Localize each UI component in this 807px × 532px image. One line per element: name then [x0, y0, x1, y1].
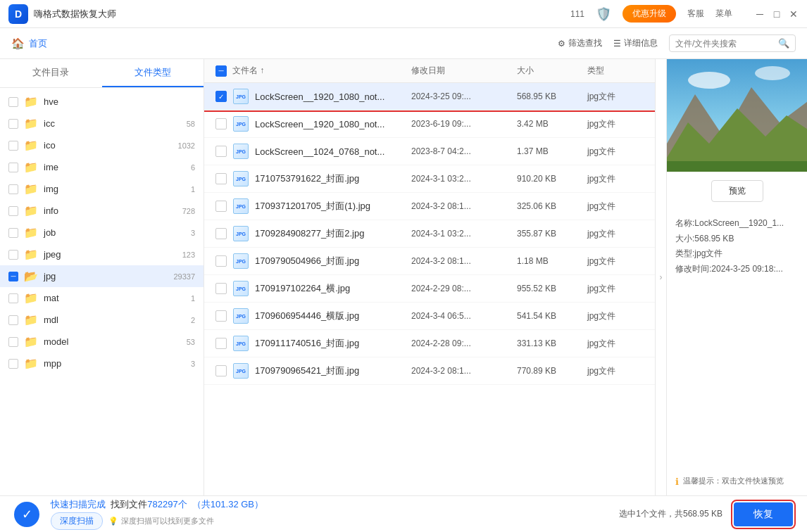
- folder-icon-mat: 📁: [24, 291, 38, 305]
- tab-file-type[interactable]: 文件类型: [102, 59, 204, 87]
- folder-icon-mdl: 📁: [24, 313, 38, 327]
- file-size-7: 955.52 KB: [517, 284, 587, 293]
- row-checkbox-10[interactable]: [215, 365, 227, 376]
- sidebar-item-name-mdl: mdl: [44, 315, 185, 325]
- file-type-8: jpg文件: [587, 310, 644, 322]
- title-bar: D 嗨格式数据恢复大师 111 🛡️ 优惠升级 客服 菜单 ─ □ ✕: [0, 0, 807, 28]
- sidebar-item-model[interactable]: 📁 model 53: [0, 331, 204, 353]
- table-row[interactable]: JPG 1709790965421_封面.jpg 2024-3-2 08:1..…: [204, 357, 655, 385]
- customer-service-link[interactable]: 客服: [687, 8, 704, 20]
- table-row[interactable]: JPG 1709606954446_横版.jpg 2024-3-4 06:5..…: [204, 303, 655, 330]
- sidebar-checkbox-mdl[interactable]: [8, 315, 18, 325]
- sidebar-item-count-ico: 1032: [178, 141, 195, 150]
- table-row[interactable]: JPG 1709197102264_横.jpg 2024-2-29 08:...…: [204, 275, 655, 303]
- file-area: ─ 文件名 ↑ 修改日期 大小 类型 ✓ JPG LockScreen__192…: [204, 59, 655, 495]
- detail-button[interactable]: ☰ 详细信息: [613, 37, 658, 49]
- table-row[interactable]: JPG LockScreen__1920_1080_not... 2023-6-…: [204, 110, 655, 138]
- upgrade-button[interactable]: 优惠升级: [623, 5, 676, 23]
- sidebar-checkbox-info[interactable]: [8, 206, 18, 216]
- sidebar-item-img[interactable]: 📁 img 1: [0, 178, 204, 200]
- close-button[interactable]: ✕: [789, 9, 799, 19]
- sidebar-checkbox-job[interactable]: [8, 228, 18, 238]
- row-checkbox-3[interactable]: [215, 173, 227, 184]
- sidebar-item-info[interactable]: 📁 info 728: [0, 200, 204, 222]
- sidebar-item-jpg[interactable]: ─ 📂 jpg 29337: [0, 265, 204, 287]
- table-row[interactable]: JPG 1709111740516_封面.jpg 2024-2-28 09:..…: [204, 330, 655, 357]
- sidebar-checkbox-jpg[interactable]: ─: [8, 272, 18, 281]
- sidebar-checkbox-icc[interactable]: [8, 119, 18, 129]
- row-checkbox-7[interactable]: [215, 283, 227, 294]
- header-checkbox[interactable]: ─: [215, 65, 227, 77]
- file-name-8: 1709606954446_横版.jpg: [255, 310, 411, 322]
- jpg-icon-1: JPG: [233, 116, 249, 132]
- search-input[interactable]: [675, 39, 774, 49]
- table-row[interactable]: JPG 1709790504966_封面.jpg 2024-3-2 08:1..…: [204, 248, 655, 275]
- col-date-header: 修改日期: [411, 65, 517, 77]
- table-row[interactable]: JPG 1709284908277_封面2.jpg 2024-3-1 03:2.…: [204, 220, 655, 248]
- panel-expand-arrow[interactable]: ›: [655, 59, 666, 495]
- detail-label: 详细信息: [624, 37, 658, 49]
- bottom-bar: ✓ 快速扫描完成 找到文件782297个 （共101.32 GB） 深度扫描 💡…: [0, 495, 807, 532]
- file-name-7: 1709197102264_横.jpg: [255, 282, 411, 295]
- sidebar-checkbox-ico[interactable]: [8, 141, 18, 151]
- table-row[interactable]: ✓ JPG LockScreen__1920_1080_not... 2024-…: [204, 83, 655, 110]
- maximize-button[interactable]: □: [772, 9, 782, 19]
- toolbar-right: ⚙ 筛选查找 ☰ 详细信息 🔍: [558, 34, 796, 52]
- sidebar-checkbox-img[interactable]: [8, 184, 18, 194]
- sidebar-checkbox-ime[interactable]: [8, 163, 18, 172]
- sidebar-item-mat[interactable]: 📁 mat 1: [0, 287, 204, 309]
- preview-file-mod-time: 修改时间:2024-3-25 09:18:...: [675, 262, 799, 277]
- menu-button[interactable]: 菜单: [715, 8, 732, 20]
- sidebar-checkbox-mat[interactable]: [8, 293, 18, 303]
- sidebar-item-name-info: info: [44, 205, 177, 216]
- recover-button[interactable]: 恢复: [734, 502, 793, 526]
- jpg-icon-10: JPG: [233, 363, 249, 379]
- table-row[interactable]: JPG 1710753791622_封面.jpg 2024-3-1 03:2..…: [204, 165, 655, 193]
- sidebar-checkbox-jpeg[interactable]: [8, 250, 18, 260]
- file-size-8: 541.54 KB: [517, 311, 587, 321]
- title-bar-right: 111 🛡️ 优惠升级 客服 菜单 ─ □ ✕: [570, 5, 799, 23]
- preview-info: 名称:LockScreen__1920_1... 大小:568.95 KB 类型…: [667, 210, 807, 282]
- row-checkbox-0[interactable]: ✓: [215, 91, 227, 102]
- row-checkbox-1[interactable]: [215, 118, 227, 129]
- minimize-button[interactable]: ─: [755, 9, 765, 19]
- file-date-1: 2023-6-19 09:...: [411, 119, 517, 129]
- row-checkbox-8[interactable]: [215, 310, 227, 322]
- preview-button[interactable]: 预览: [711, 180, 763, 202]
- file-date-0: 2024-3-25 09:...: [411, 91, 517, 101]
- file-name-5: 1709284908277_封面2.jpg: [255, 227, 411, 240]
- folder-icon-jpeg: 📁: [24, 248, 38, 261]
- sidebar-item-ico[interactable]: 📁 ico 1032: [0, 134, 204, 156]
- tab-file-directory[interactable]: 文件目录: [0, 59, 102, 87]
- table-row[interactable]: JPG LockScreen__1024_0768_not... 2023-8-…: [204, 138, 655, 165]
- deep-scan-button[interactable]: 深度扫描: [51, 512, 103, 530]
- main-content: 文件目录 文件类型 📁 hve 📁 icc 58 📁 ico 1032: [0, 59, 807, 495]
- sidebar-checkbox-hve[interactable]: [8, 97, 18, 107]
- sidebar-item-count-model: 53: [187, 338, 195, 346]
- sidebar-item-jpeg[interactable]: 📁 jpeg 123: [0, 243, 204, 265]
- row-checkbox-9[interactable]: [215, 338, 227, 349]
- sidebar-item-mpp[interactable]: 📁 mpp 3: [0, 353, 204, 374]
- file-type-1: jpg文件: [587, 118, 644, 130]
- jpg-icon-9: JPG: [233, 336, 249, 351]
- sidebar-item-hve[interactable]: 📁 hve: [0, 91, 204, 113]
- sidebar-checkbox-mpp[interactable]: [8, 359, 18, 369]
- file-name-6: 1709790504966_封面.jpg: [255, 255, 411, 267]
- file-size-10: 770.89 KB: [517, 366, 587, 376]
- file-type-9: jpg文件: [587, 338, 644, 350]
- sidebar-item-icc[interactable]: 📁 icc 58: [0, 113, 204, 134]
- home-link[interactable]: 🏠 首页: [11, 37, 47, 50]
- sidebar-checkbox-model[interactable]: [8, 337, 18, 347]
- row-checkbox-2[interactable]: [215, 146, 227, 157]
- filter-button[interactable]: ⚙ 筛选查找: [558, 37, 602, 49]
- row-checkbox-4[interactable]: [215, 201, 227, 212]
- row-checkbox-6[interactable]: [215, 255, 227, 267]
- app-logo: D: [8, 4, 28, 24]
- sidebar-item-job[interactable]: 📁 job 3: [0, 222, 204, 243]
- sidebar-item-mdl[interactable]: 📁 mdl 2: [0, 309, 204, 331]
- table-row[interactable]: JPG 1709371201705_封面(1).jpg 2024-3-2 08:…: [204, 193, 655, 220]
- scan-complete-icon: ✓: [14, 502, 39, 527]
- row-checkbox-5[interactable]: [215, 228, 227, 239]
- sidebar-item-ime[interactable]: 📁 ime 6: [0, 156, 204, 178]
- file-size-4: 325.06 KB: [517, 201, 587, 211]
